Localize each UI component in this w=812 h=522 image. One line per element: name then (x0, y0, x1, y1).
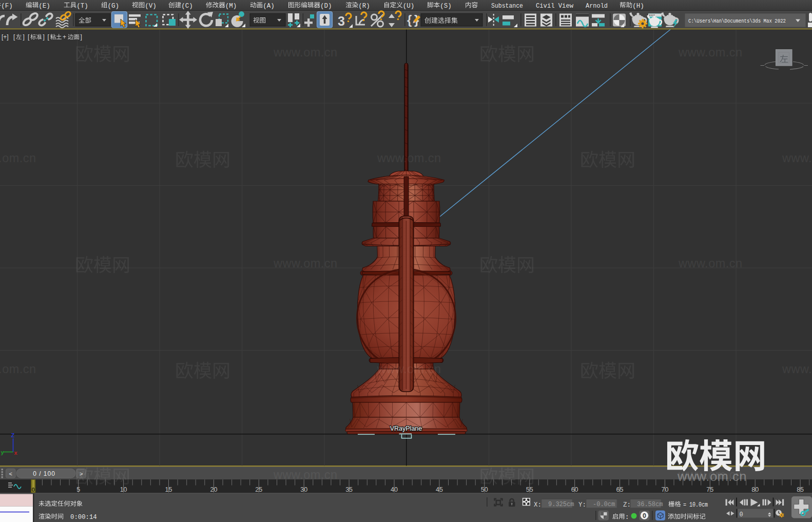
svg-text:www.om.cn: www.om.cn (0, 151, 36, 165)
svg-text:www.om.cn: www.om.cn (273, 46, 338, 59)
svg-text:Arnold: Arnold (586, 3, 608, 10)
svg-text:9.325cm: 9.325cm (548, 501, 574, 508)
svg-text:(F): (F) (1, 3, 13, 10)
svg-text:x: x (14, 450, 18, 456)
svg-text:15: 15 (165, 486, 172, 493)
svg-text:www.om.cn: www.om.cn (782, 362, 812, 376)
svg-text:www.om.cn: www.om.cn (678, 257, 743, 270)
svg-text:(C): (C) (181, 3, 193, 10)
svg-text:= 10.0cm: = 10.0cm (683, 501, 708, 509)
svg-text:]: ] (81, 33, 82, 41)
svg-text:(G): (G) (108, 3, 120, 10)
svg-text:www.om.cn: www.om.cn (782, 151, 812, 165)
svg-text:(R): (R) (358, 3, 370, 10)
svg-text:-0.0cm: -0.0cm (593, 501, 615, 508)
svg-text:www.om.cn: www.om.cn (377, 151, 441, 165)
svg-text:(E): (E) (38, 3, 50, 10)
svg-text:25: 25 (255, 486, 262, 493)
svg-text:0: 0 (643, 512, 646, 519)
svg-text:X:: X: (534, 501, 542, 509)
svg-text:Y:: Y: (578, 501, 586, 509)
svg-text:50: 50 (481, 486, 488, 493)
svg-text:Civil View: Civil View (536, 3, 573, 10)
svg-text:0: 0 (32, 487, 35, 493)
svg-text:VRayPlane: VRayPlane (390, 425, 422, 432)
svg-text:75: 75 (706, 486, 713, 493)
svg-text:20: 20 (210, 486, 217, 493)
svg-text:55: 55 (526, 486, 533, 493)
svg-text::: : (625, 514, 629, 521)
svg-text:30: 30 (300, 486, 307, 493)
svg-text:Z: Z (11, 432, 15, 438)
svg-text:www.om.cn: www.om.cn (0, 362, 36, 376)
svg-text:(M): (M) (225, 3, 237, 10)
svg-text:(D): (D) (320, 3, 332, 10)
svg-text:5: 5 (76, 486, 80, 493)
svg-text:www.om.cn: www.om.cn (273, 257, 338, 270)
svg-text:10: 10 (120, 486, 127, 493)
svg-text:85: 85 (797, 486, 804, 493)
svg-text:(S): (S) (440, 3, 452, 10)
svg-text:Z:: Z: (623, 501, 631, 509)
svg-text:{: { (407, 13, 412, 27)
svg-text:y: y (1, 449, 5, 455)
svg-text:Substance: Substance (491, 3, 523, 10)
svg-text:80: 80 (751, 486, 759, 493)
svg-text:36.58cm: 36.58cm (637, 501, 663, 508)
svg-text:www.om.cn: www.om.cn (377, 362, 441, 376)
svg-text:www.om.cn: www.om.cn (678, 46, 743, 59)
svg-text:<: < (9, 471, 12, 477)
svg-text:www.om.cn: www.om.cn (273, 468, 338, 481)
svg-text:]: ] (23, 33, 25, 41)
svg-text:www.om.cn: www.om.cn (677, 469, 747, 484)
svg-text:70: 70 (661, 486, 668, 493)
svg-text:(A): (A) (263, 3, 275, 10)
svg-text:C:\Users\Han\Documents\3ds Max: C:\Users\Han\Documents\3ds Max 2022 (688, 17, 786, 24)
svg-text:[+]: [+] (2, 33, 9, 41)
svg-text:+: + (63, 33, 66, 41)
svg-text:45: 45 (436, 486, 443, 493)
svg-text:0:00:14: 0:00:14 (70, 514, 97, 521)
svg-text:65: 65 (616, 486, 624, 493)
svg-text:35: 35 (345, 486, 353, 493)
svg-text:0 / 100: 0 / 100 (33, 470, 55, 477)
svg-text:40: 40 (391, 486, 398, 493)
svg-text:(T): (T) (76, 3, 88, 10)
svg-text:3: 3 (338, 14, 345, 28)
svg-text:(H): (H) (632, 3, 644, 10)
svg-text:(U): (U) (403, 3, 415, 10)
svg-text:(V): (V) (145, 3, 157, 10)
svg-text:]: ] (43, 33, 45, 41)
svg-text:0: 0 (740, 511, 743, 518)
svg-text:60: 60 (571, 486, 578, 493)
